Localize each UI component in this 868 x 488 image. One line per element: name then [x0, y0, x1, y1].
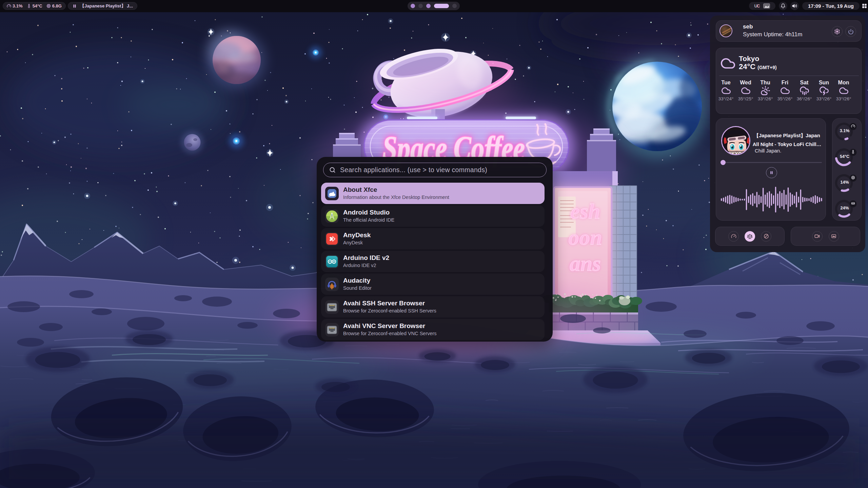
- svg-text:ans: ans: [570, 251, 601, 276]
- svg-text:esh: esh: [570, 199, 600, 223]
- svg-text:oon: oon: [568, 225, 602, 249]
